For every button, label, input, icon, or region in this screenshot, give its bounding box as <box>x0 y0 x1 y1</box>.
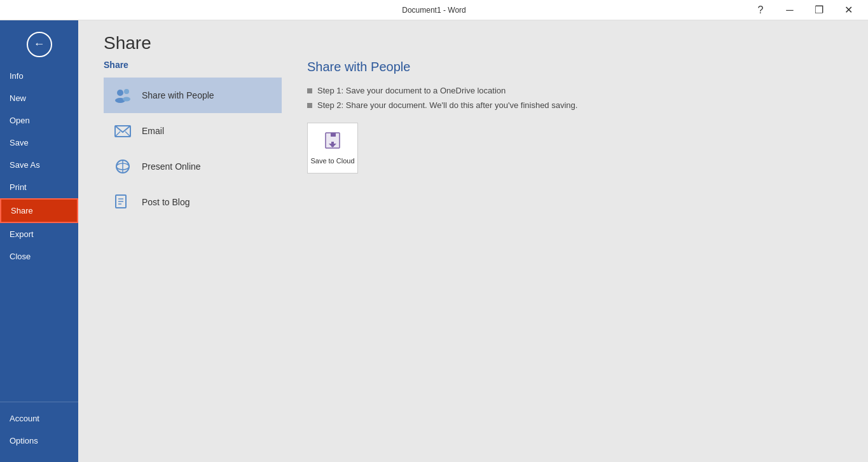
present-online-label: Present Online <box>142 161 201 172</box>
page-header: Share <box>78 20 868 60</box>
step2-text: Step 2: Share your document. We'll do th… <box>317 100 577 110</box>
close-button[interactable]: ✕ <box>834 0 863 20</box>
post-to-blog-label: Post to Blog <box>142 197 190 207</box>
save-to-cloud-button[interactable]: Save to Cloud <box>307 123 358 173</box>
sidebar-item-save-as[interactable]: Save As <box>0 154 78 176</box>
back-arrow-icon: ← <box>34 37 45 51</box>
save-cloud-icon <box>323 131 342 154</box>
email-icon <box>113 121 133 141</box>
sidebar-item-export[interactable]: Export <box>0 223 78 245</box>
save-to-cloud-label: Save to Cloud <box>310 157 354 165</box>
step1-item: Step 1: Save your document to a OneDrive… <box>307 86 843 95</box>
sidebar-item-save[interactable]: Save <box>0 132 78 154</box>
sidebar-item-share[interactable]: Share <box>0 198 78 223</box>
step1-text: Step 1: Save your document to a OneDrive… <box>317 86 506 95</box>
sidebar-divider <box>0 402 78 402</box>
content-area: Share Share Share with People <box>78 20 868 462</box>
sidebar-item-info[interactable]: Info <box>0 65 78 87</box>
step2-bullet <box>307 103 312 108</box>
sidebar-item-new[interactable]: New <box>0 87 78 109</box>
email-option[interactable]: Email <box>104 113 282 149</box>
left-panel: Share Share with People <box>104 60 282 449</box>
svg-point-1 <box>124 89 129 94</box>
sidebar-item-close[interactable]: Close <box>0 245 78 268</box>
help-button[interactable]: ? <box>746 0 775 20</box>
restore-button[interactable]: ❐ <box>804 0 834 20</box>
sidebar-item-open[interactable]: Open <box>0 109 78 132</box>
left-panel-title: Share <box>104 60 282 70</box>
present-icon <box>113 156 133 177</box>
share-with-people-option[interactable]: Share with People <box>104 78 282 113</box>
document-title: Document1 - Word <box>402 6 465 15</box>
blog-icon <box>113 192 133 212</box>
sidebar-item-account[interactable]: Account <box>0 407 78 430</box>
sidebar-item-options[interactable]: Options <box>0 430 78 452</box>
share-with-people-label: Share with People <box>142 90 214 100</box>
steps-list: Step 1: Save your document to a OneDrive… <box>307 86 843 110</box>
right-panel-title: Share with People <box>307 60 843 74</box>
sidebar-item-print[interactable]: Print <box>0 176 78 198</box>
minimize-button[interactable]: ─ <box>775 0 804 20</box>
step1-bullet <box>307 88 312 93</box>
post-to-blog-option[interactable]: Post to Blog <box>104 184 282 220</box>
back-button[interactable]: ← <box>22 27 57 62</box>
step2-item: Step 2: Share your document. We'll do th… <box>307 100 843 110</box>
page-title: Share <box>104 33 843 53</box>
right-panel: Share with People Step 1: Save your docu… <box>307 60 843 449</box>
present-online-option[interactable]: Present Online <box>104 149 282 184</box>
svg-rect-16 <box>331 133 336 137</box>
share-layout: Share Share with People <box>78 60 868 462</box>
svg-line-6 <box>125 132 130 137</box>
svg-line-5 <box>115 132 120 137</box>
svg-point-3 <box>123 97 130 102</box>
svg-point-0 <box>117 90 123 96</box>
email-label: Email <box>142 126 164 136</box>
sidebar: ← Info New Open Save Save As Print Share… <box>0 20 78 462</box>
people-icon <box>113 85 133 105</box>
